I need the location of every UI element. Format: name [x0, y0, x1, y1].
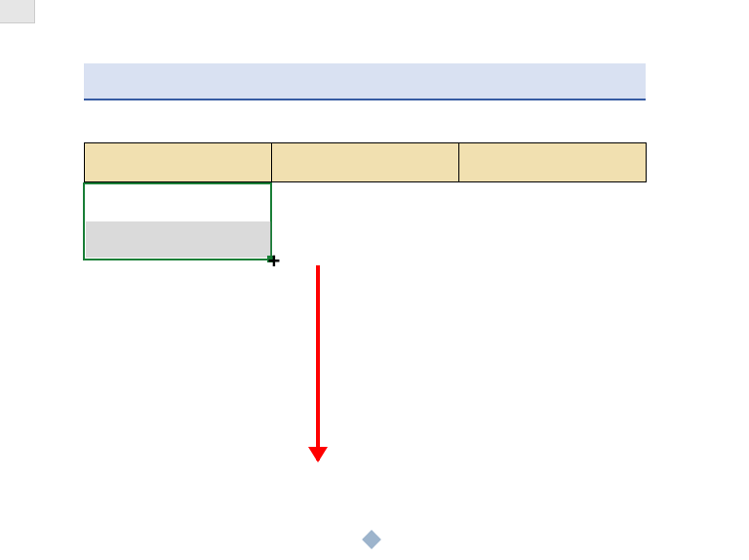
- watermark: [0, 531, 749, 550]
- merged-title-cell[interactable]: [84, 63, 646, 100]
- header-sales[interactable]: [459, 143, 647, 182]
- data-table: [84, 142, 647, 182]
- annotation-arrow-down-icon: [316, 265, 320, 460]
- selection-shaded-row: [86, 221, 271, 258]
- selection-outline: [83, 182, 272, 260]
- watermark-logo-icon: [362, 530, 381, 549]
- header-year[interactable]: [272, 143, 459, 182]
- fill-handle[interactable]: [267, 256, 274, 262]
- table-header-row: [85, 143, 647, 182]
- spreadsheet-area: +: [0, 0, 749, 560]
- select-all-corner[interactable]: [0, 0, 35, 23]
- crosshair-cursor-icon: +: [265, 253, 283, 270]
- header-serial[interactable]: [85, 143, 272, 182]
